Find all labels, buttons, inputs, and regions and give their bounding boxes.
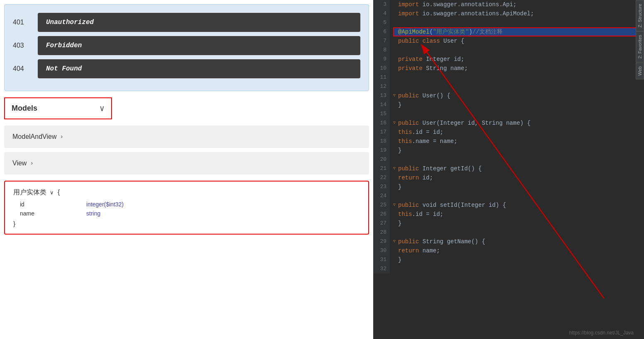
line-number-27: 27: [373, 219, 386, 228]
expand-icon-modelandview: ›: [60, 133, 63, 140]
code-line-30: return name;: [393, 246, 644, 255]
status-badge-404[interactable]: Not Found: [38, 59, 360, 78]
code-line-20: [393, 155, 644, 164]
code-content-30: return name;: [398, 246, 440, 255]
field-name-name: name: [20, 210, 53, 217]
code-content-32: [398, 264, 401, 274]
code-content-7: public class User {: [398, 36, 464, 46]
code-line-32: [393, 264, 644, 274]
line-number-15: 15: [373, 109, 386, 119]
code-content-31: }: [398, 255, 401, 264]
line-number-9: 9: [373, 55, 386, 64]
code-content-9: private Integer id;: [398, 55, 464, 64]
code-content-22: return id;: [398, 173, 433, 182]
status-code-404: 404: [13, 65, 38, 73]
code-line-4: import io.swagger.annotations.ApiModel;: [393, 9, 644, 18]
code-line-6: @ApiModel("用户实体类")//文档注释: [393, 27, 644, 36]
code-content-17: this.id = id;: [398, 128, 443, 137]
status-badge-401[interactable]: Unauthorized: [38, 13, 360, 32]
code-line-21: ▽ public Integer getId() {: [393, 164, 644, 173]
code-line-5: [393, 18, 644, 27]
status-row-403: 403 Forbidden: [13, 36, 360, 55]
code-content-27: }: [398, 219, 401, 228]
line-number-14: 14: [373, 100, 386, 109]
code-content-3: import io.swagger.annotations.Api;: [398, 0, 517, 9]
gutter-icon-16: ▽: [393, 119, 398, 128]
chevron-down-icon: ∨: [100, 103, 104, 114]
status-section: 401 Unauthorized 403 Forbidden 404 Not F…: [4, 4, 369, 91]
code-content-20: [398, 155, 401, 164]
code-line-17: this.id = id;: [393, 128, 644, 137]
collapse-icon[interactable]: ∨: [50, 189, 54, 196]
side-tabs: Z: Structure 2: Favorites Web: [636, 0, 644, 339]
code-content-24: [398, 191, 401, 201]
line-number-8: 8: [373, 46, 386, 55]
model-item-view[interactable]: View ›: [4, 152, 369, 174]
field-name: name string: [20, 210, 360, 217]
model-fields: id integer($int32) name string: [13, 201, 360, 217]
code-content-26: this.id = id;: [398, 210, 443, 219]
code-content-15: [398, 109, 401, 119]
line-number-11: 11: [373, 73, 386, 82]
code-line-10: private String name;: [393, 64, 644, 73]
code-content-14: }: [398, 100, 401, 109]
code-content-8: [398, 46, 401, 55]
field-type-id: integer($int32): [86, 201, 124, 208]
expanded-model-title: 用户实体类 ∨ {: [13, 188, 360, 197]
favorites-tab[interactable]: 2: Favorites: [636, 31, 644, 62]
models-title: Models: [12, 104, 37, 113]
swagger-panel: 401 Unauthorized 403 Forbidden 404 Not F…: [0, 0, 373, 339]
line-numbers: 3456789101112131415161718192021222324252…: [373, 0, 390, 274]
line-number-6: 6: [373, 27, 386, 36]
line-number-31: 31: [373, 255, 386, 264]
models-section: Models ∨ ModelAndView › View › 用户实体类 ∨ {: [4, 97, 369, 235]
web-tab[interactable]: Web: [636, 63, 644, 79]
code-content-25: public void setId(Integer id) {: [398, 201, 506, 210]
structure-tab[interactable]: Z: Structure: [636, 0, 644, 31]
code-line-26: this.id = id;: [393, 210, 644, 219]
code-line-3: import io.swagger.annotations.Api;: [393, 0, 644, 9]
model-name-modelandview: ModelAndView: [12, 133, 56, 140]
status-badge-403[interactable]: Forbidden: [38, 36, 360, 55]
line-number-22: 22: [373, 173, 386, 182]
line-number-24: 24: [373, 191, 386, 201]
line-number-12: 12: [373, 82, 386, 91]
line-number-17: 17: [373, 128, 386, 137]
code-line-24: [393, 191, 644, 201]
code-line-13: ▽ public User() {: [393, 91, 644, 100]
line-number-28: 28: [373, 228, 386, 237]
line-number-21: 21: [373, 164, 386, 173]
line-number-29: 29: [373, 237, 386, 246]
code-content-10: private String name;: [398, 64, 468, 73]
field-name-id: id: [20, 201, 53, 208]
line-number-3: 3: [373, 0, 386, 9]
expanded-model-name: 用户实体类: [13, 189, 46, 196]
model-expanded-user: 用户实体类 ∨ { id integer($int32) name string…: [4, 181, 369, 235]
brace-close: }: [13, 220, 360, 227]
line-number-25: 25: [373, 201, 386, 210]
code-line-23: }: [393, 182, 644, 191]
code-line-27: }: [393, 219, 644, 228]
code-line-14: }: [393, 100, 644, 109]
watermark: https://blog.csdn.net/JL_Java: [569, 330, 634, 336]
line-number-18: 18: [373, 137, 386, 146]
models-header[interactable]: Models ∨: [4, 97, 112, 119]
code-line-7: public class User {: [393, 36, 644, 46]
gutter-icon-25: ▽: [393, 201, 398, 210]
code-editor[interactable]: 3456789101112131415161718192021222324252…: [373, 0, 644, 339]
expand-icon-view: ›: [30, 160, 33, 167]
line-number-30: 30: [373, 246, 386, 255]
status-code-403: 403: [13, 42, 38, 49]
code-content-5: [398, 18, 401, 27]
model-item-modelandview[interactable]: ModelAndView ›: [4, 126, 369, 148]
field-id: id integer($int32): [20, 201, 360, 208]
gutter-icon-21: ▽: [393, 164, 398, 173]
code-line-25: ▽ public void setId(Integer id) {: [393, 201, 644, 210]
code-line-19: }: [393, 146, 644, 155]
code-content-19: }: [398, 146, 401, 155]
code-area: 3456789101112131415161718192021222324252…: [373, 0, 644, 274]
status-code-401: 401: [13, 19, 38, 26]
code-content-6: @ApiModel("用户实体类")//文档注释: [398, 27, 503, 36]
code-lines: import io.swagger.annotations.Api;import…: [390, 0, 644, 274]
code-line-9: private Integer id;: [393, 55, 644, 64]
